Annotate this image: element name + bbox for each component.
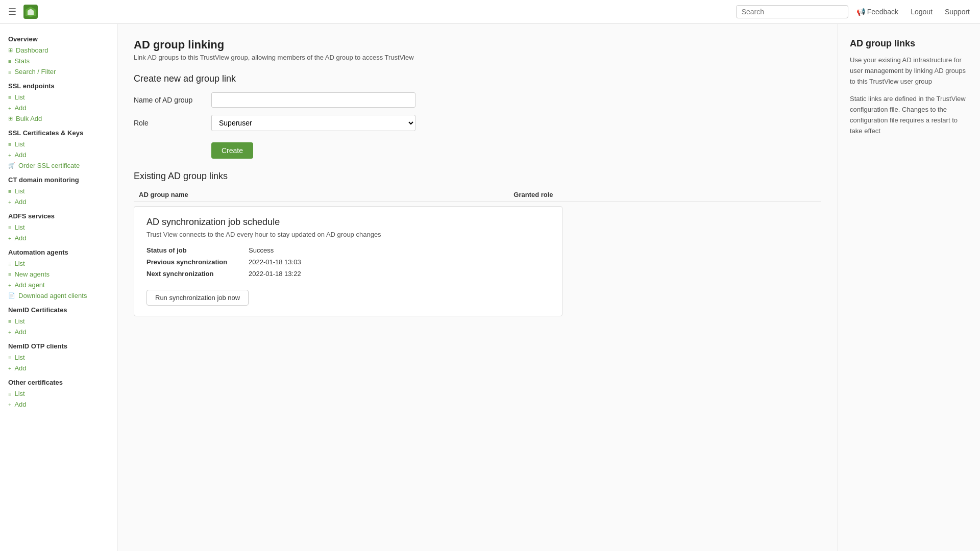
sidebar-item-nemid-otp-add[interactable]: + Add — [0, 363, 117, 373]
right-panel-text1: Use your existing AD infrastructure for … — [850, 55, 968, 87]
role-row: Role Superuser Admin User — [134, 115, 821, 131]
list-icon: ≡ — [8, 94, 11, 101]
name-row: Name of AD group — [134, 92, 821, 108]
sidebar-item-label: List — [14, 390, 24, 397]
sidebar-item-label: Dashboard — [16, 46, 48, 54]
run-sync-button[interactable]: Run synchronization job now — [146, 290, 249, 306]
right-panel-text2: Static links are defined in the TrustVie… — [850, 94, 968, 136]
role-select[interactable]: Superuser Admin User — [211, 115, 415, 131]
list-icon: ≡ — [8, 188, 11, 194]
sidebar-item-auto-add[interactable]: + Add agent — [0, 280, 117, 290]
download-icon: 📄 — [8, 292, 15, 299]
create-button[interactable]: Create — [211, 142, 253, 159]
logout-link[interactable]: Logout — [906, 8, 937, 16]
add-icon: + — [8, 235, 11, 241]
page-subtitle: Link AD groups to this TrustView group, … — [134, 54, 821, 61]
sidebar-item-label: List — [14, 260, 24, 267]
sidebar-item-label: Order SSL certificate — [18, 162, 80, 169]
search-input[interactable] — [736, 5, 848, 18]
sync-card: AD synchronization job schedule Trust Vi… — [134, 206, 562, 316]
sync-status-row: Status of job Success — [146, 246, 550, 254]
sidebar-item-other-add[interactable]: + Add — [0, 399, 117, 410]
sidebar-item-other-list[interactable]: ≡ List — [0, 388, 117, 399]
sync-card-desc: Trust View connects to the AD every hour… — [146, 231, 550, 238]
sidebar-item-label: Add — [14, 234, 26, 242]
table-col-adgroup: AD group name — [134, 188, 508, 202]
list-icon: ≡ — [8, 141, 11, 147]
sync-next-label: Next synchronization — [146, 270, 249, 278]
sidebar-item-nemid-cert-list[interactable]: ≡ List — [0, 316, 117, 327]
sidebar-item-label: Add — [14, 104, 26, 112]
table-col-role: Granted role — [508, 188, 821, 202]
sidebar-item-auto-download[interactable]: 📄 Download agent clients — [0, 290, 117, 301]
feedback-label: Feedback — [867, 8, 898, 16]
sync-next-value: 2022-01-18 13:22 — [249, 270, 301, 278]
sidebar-item-stats[interactable]: ≡ Stats — [0, 56, 117, 66]
sidebar-item-auto-new[interactable]: ≡ New agents — [0, 269, 117, 280]
sidebar-section-ct: CT domain monitoring — [0, 171, 117, 186]
sidebar-item-nemid-cert-add[interactable]: + Add — [0, 327, 117, 337]
sidebar-item-ssl-list[interactable]: ≡ List — [0, 92, 117, 103]
dashboard-icon: ⊞ — [8, 47, 13, 54]
sidebar-item-label: Search / Filter — [14, 68, 56, 76]
name-label: Name of AD group — [134, 96, 205, 104]
sidebar-item-label: List — [14, 354, 24, 361]
sidebar-item-dashboard[interactable]: ⊞ Dashboard — [0, 45, 117, 56]
list-icon: ≡ — [8, 318, 11, 324]
sync-prev-value: 2022-01-18 13:03 — [249, 258, 301, 266]
search-filter-icon: ≡ — [8, 69, 11, 75]
sidebar-item-label: Bulk Add — [16, 115, 42, 122]
sidebar-section-nemid-cert: NemID Certificates — [0, 301, 117, 316]
sidebar-item-sslcert-add[interactable]: + Add — [0, 149, 117, 160]
sidebar-section-other: Other certificates — [0, 373, 117, 388]
add-icon: + — [8, 152, 11, 158]
sidebar-item-adfs-list[interactable]: ≡ List — [0, 222, 117, 233]
sidebar-section-adfs: ADFS services — [0, 207, 117, 222]
support-link[interactable]: Support — [941, 8, 974, 16]
feedback-link[interactable]: 📢 Feedback — [852, 8, 902, 16]
sync-status-label: Status of job — [146, 246, 249, 254]
hamburger-button[interactable]: ☰ — [6, 4, 18, 19]
sync-prev-row: Previous synchronization 2022-01-18 13:0… — [146, 258, 550, 266]
add-icon: + — [8, 329, 11, 335]
topnav: ☰ 📢 Feedback Logout Support — [0, 0, 980, 24]
page-title: AD group linking — [134, 38, 821, 52]
sidebar-item-sslcert-list[interactable]: ≡ List — [0, 139, 117, 149]
sidebar-section-ssl-endpoints: SSL endpoints — [0, 77, 117, 92]
sidebar-item-label: Add — [14, 364, 26, 372]
add-icon: + — [8, 282, 11, 288]
sidebar-item-label: Add — [14, 198, 26, 206]
create-section-title: Create new ad group link — [134, 73, 821, 84]
sidebar-item-adfs-add[interactable]: + Add — [0, 233, 117, 243]
sidebar-item-label: Stats — [14, 57, 30, 65]
sidebar-section-overview: Overview — [0, 30, 117, 45]
sidebar: Overview ⊞ Dashboard ≡ Stats ≡ Search / … — [0, 24, 117, 551]
sidebar-item-label: List — [14, 187, 24, 195]
create-button-row: Create — [134, 138, 821, 159]
sidebar-item-label: Add — [14, 328, 26, 336]
sidebar-item-auto-list[interactable]: ≡ List — [0, 258, 117, 269]
main-content: AD group linking Link AD groups to this … — [117, 24, 837, 551]
sidebar-item-sslcert-order[interactable]: 🛒 Order SSL certificate — [0, 160, 117, 171]
sync-next-row: Next synchronization 2022-01-18 13:22 — [146, 270, 550, 278]
sidebar-item-label: List — [14, 140, 24, 148]
sidebar-item-label: Add — [14, 151, 26, 159]
sidebar-item-ssl-bulk-add[interactable]: ⊞ Bulk Add — [0, 113, 117, 124]
sidebar-item-search-filter[interactable]: ≡ Search / Filter — [0, 66, 117, 77]
list-icon: ≡ — [8, 224, 11, 231]
list-icon: ≡ — [8, 271, 11, 278]
add-icon: + — [8, 105, 11, 111]
list-icon: ≡ — [8, 355, 11, 361]
name-input[interactable] — [211, 92, 415, 108]
add-icon: + — [8, 199, 11, 205]
list-icon: ≡ — [8, 261, 11, 267]
sidebar-item-label: List — [14, 317, 24, 325]
sidebar-item-ct-list[interactable]: ≡ List — [0, 186, 117, 196]
sync-prev-label: Previous synchronization — [146, 258, 249, 266]
sidebar-item-label: Download agent clients — [18, 292, 87, 299]
sidebar-item-nemid-otp-list[interactable]: ≡ List — [0, 352, 117, 363]
sidebar-section-nemid-otp: NemID OTP clients — [0, 337, 117, 352]
sidebar-item-ssl-add[interactable]: + Add — [0, 103, 117, 113]
sidebar-item-ct-add[interactable]: + Add — [0, 196, 117, 207]
app-logo — [22, 4, 39, 20]
